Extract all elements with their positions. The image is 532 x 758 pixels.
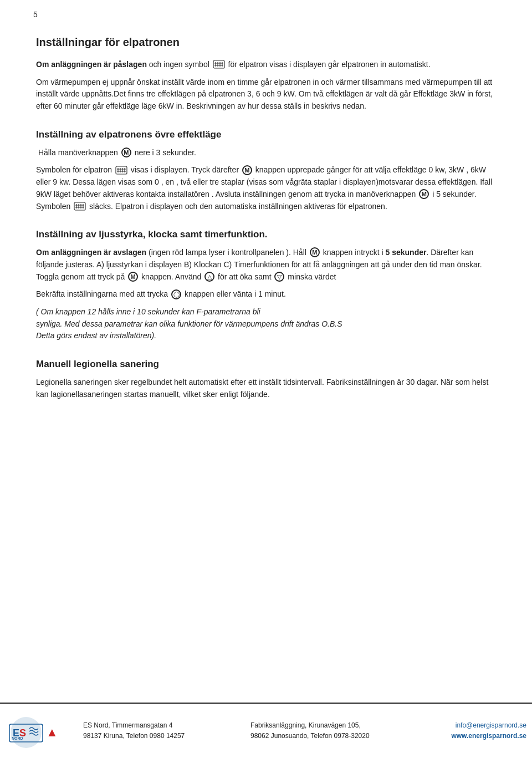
svg-rect-7: [116, 166, 127, 174]
elpatron-symbol-2: [115, 166, 127, 175]
paragraph-elpatron-1: Om anläggningen är påslagen och ingen sy…: [36, 59, 496, 71]
company-logo: E S NORD ▲: [6, 711, 72, 750]
m-symbol-1: M: [121, 147, 131, 157]
footer-factory: Fabriksanläggning, Kirunavägen 105, 9806…: [250, 720, 451, 741]
paragraph-ovre-2: Symbolen för elpatron visas i displayen.…: [36, 164, 496, 212]
paragraph-legionella-1: Legionella saneringen sker regelbundet h…: [36, 377, 496, 400]
factory-line2: 98062 Junosuando, Telefon 0978-32020: [250, 731, 451, 741]
factory-line1: Fabriksanläggning, Kirunavägen 105,: [250, 720, 451, 731]
section-title-legionella: Manuell legionella sanering: [36, 359, 496, 370]
footer-website[interactable]: www.energisparnord.se: [451, 731, 526, 741]
main-content: Inställningar för elpatronen Om anläggni…: [0, 0, 532, 472]
up-symbol: △: [204, 272, 214, 282]
section-title-elpatron: Inställningar för elpatronen: [36, 36, 496, 49]
bold-text: Om anläggningen är påslagen: [36, 60, 147, 69]
paragraph-ljus-1: Om anläggningen är avslagen (ingen röd l…: [36, 247, 496, 283]
m-symbol-3: M: [419, 189, 429, 199]
down-symbol: ▽: [274, 272, 284, 282]
footer-contact: info@energisparnord.se www.energisparnor…: [451, 720, 526, 741]
page-number: 5: [33, 10, 38, 19]
footer-email[interactable]: info@energisparnord.se: [451, 720, 526, 731]
paragraph-ljus-2: Bekräfta inställningarna med att trycka …: [36, 288, 496, 301]
elpatron-symbol-1: [213, 60, 225, 69]
m-symbol-4: M: [310, 247, 320, 257]
section-title-ljusstyrka: Inställning av ljusstyrka, klocka samt t…: [36, 229, 496, 240]
svg-rect-14: [74, 202, 85, 210]
m-symbol-5: M: [128, 272, 138, 282]
svg-rect-0: [213, 60, 224, 68]
paragraph-elpatron-2: Om värmepumpen ej uppnår önskat inställt…: [36, 77, 496, 113]
address-line1: ES Nord, Timmermansgatan 4: [83, 720, 250, 731]
svg-text:▲: ▲: [46, 725, 58, 739]
svg-text:NORD: NORD: [12, 736, 23, 740]
bold-avslagen: Om anläggningen är avslagen: [36, 248, 146, 257]
power-symbol: ◯: [171, 289, 181, 299]
footer-address: ES Nord, Timmermansgatan 4 98137 Kiruna,…: [83, 720, 250, 741]
bold-5sek: 5 sekunder: [386, 248, 427, 257]
paragraph-ljus-italic: ( Om knappen 12 hålls inne i 10 sekunder…: [36, 306, 496, 342]
elpatron-symbol-3: [74, 202, 86, 211]
paragraph-ovre-1: Hålla manöverknappen M nere i 3 sekunder…: [36, 147, 496, 159]
footer: E S NORD ▲ ES Nord, Timmermansgatan 4 98…: [0, 703, 532, 758]
m-symbol-2: M: [242, 165, 252, 175]
section-title-ovre: Inställning av elpatronens övre effektlä…: [36, 129, 496, 140]
address-line2: 98137 Kiruna, Telefon 0980 14257: [83, 731, 250, 741]
